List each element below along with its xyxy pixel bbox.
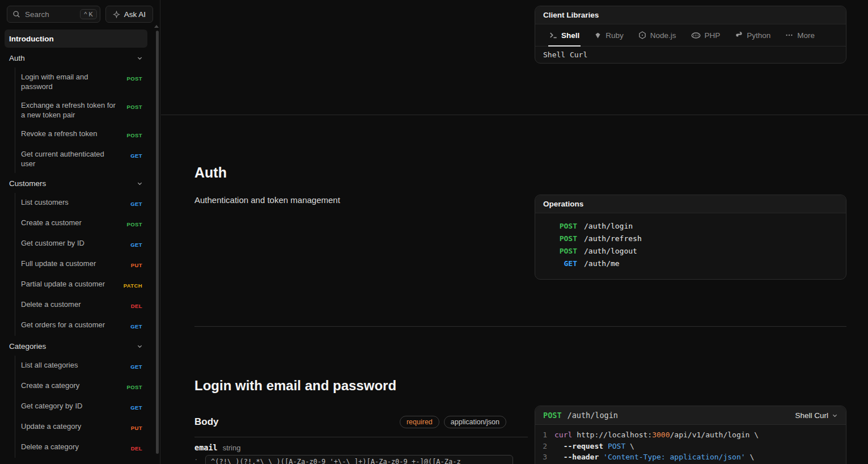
sidebar-item-introduction[interactable]: Introduction	[5, 29, 147, 48]
operation-get-auth-me[interactable]: GET/auth/me	[551, 258, 838, 270]
node-icon	[638, 31, 646, 39]
sidebar-item-revoke-a-refresh-token[interactable]: Revoke a refresh tokenPOST	[15, 124, 147, 145]
tab-label: Shell	[561, 31, 579, 40]
sidebar-item-delete-a-customer[interactable]: Delete a customerDEL	[15, 295, 147, 315]
method-badge: DEL	[131, 444, 142, 453]
sidebar-item-label: Get current authenticated user	[21, 149, 120, 168]
content-type-badge: application/json	[444, 416, 506, 428]
code-token	[554, 441, 564, 452]
tab-node-js[interactable]: Node.js	[631, 24, 684, 46]
sidebar-item-label: Revoke a refresh token	[21, 129, 120, 138]
sidebar-section-auth[interactable]: Auth	[5, 49, 147, 68]
sidebar-item-label: Update a category	[21, 421, 120, 431]
sidebar-item-get-category-by-id[interactable]: Get category by IDGET	[15, 396, 147, 417]
section-label: Categories	[9, 342, 46, 351]
sidebar-section-customers[interactable]: Customers	[5, 174, 147, 193]
operation-path: /auth/login	[584, 220, 838, 233]
operation-method: POST	[551, 245, 577, 258]
sidebar-item-create-a-customer[interactable]: Create a customerPOST	[15, 213, 147, 234]
sparkle-icon	[113, 11, 120, 18]
operation-path: /auth/me	[584, 258, 838, 270]
sidebar-item-update-a-category[interactable]: Update a categoryPUT	[15, 417, 147, 437]
sidebar-section-products[interactable]: Products	[5, 459, 147, 464]
sidebar-item-label: Delete a customer	[21, 300, 120, 309]
operation-method: POST	[551, 233, 577, 245]
scrollbar-up-arrow[interactable]	[154, 25, 159, 28]
sidebar-item-delete-a-category[interactable]: Delete a categoryDEL	[15, 437, 147, 458]
auth-section-title: Auth	[194, 164, 227, 181]
code-line: 3 --header 'Content-Type: application/js…	[535, 452, 846, 463]
body-divider	[194, 437, 528, 437]
sidebar-item-login-with-email-and-password[interactable]: Login with email and passwordPOST	[15, 68, 147, 96]
sidebar-item-list-all-categories[interactable]: List all categoriesGET	[15, 356, 147, 376]
sidebar-item-full-update-a-customer[interactable]: Full update a customerPUT	[15, 254, 147, 275]
api-reference-page: Search ^ K Ask AI Introduction AuthLogin…	[0, 0, 868, 464]
operation-post-auth-refresh[interactable]: POST/auth/refresh	[551, 233, 838, 245]
code-token: \	[746, 452, 755, 463]
method-badge: GET	[130, 151, 142, 161]
sidebar-item-label: Login with email and password	[21, 72, 120, 91]
section-divider	[194, 326, 846, 327]
sidebar-section-categories[interactable]: Categories	[5, 337, 147, 356]
tab-python[interactable]: Python	[727, 24, 778, 46]
code-token	[599, 452, 603, 463]
code-token: /api/v1/auth/login	[670, 429, 755, 441]
search-icon	[12, 10, 20, 18]
method-badge: DEL	[131, 301, 142, 311]
sidebar-item-list-customers[interactable]: List customersGET	[15, 193, 147, 213]
field-name: email	[194, 443, 218, 452]
endpoint-title: Login with email and password	[194, 378, 396, 394]
ruby-icon	[594, 32, 602, 39]
section-items-customers: List customersGETCreate a customerPOSTGe…	[15, 193, 147, 336]
code-line: 2 --request POST \	[535, 441, 846, 452]
sidebar-item-exchange-a-refresh-token-for-a-new-token-pair[interactable]: Exchange a refresh token for a new token…	[15, 96, 147, 124]
operation-path: /auth/logout	[584, 245, 838, 258]
ask-ai-button[interactable]: Ask AI	[105, 6, 153, 23]
operation-post-auth-login[interactable]: POST/auth/login	[551, 220, 838, 233]
field-row-email: email string	[194, 443, 240, 452]
operation-post-auth-logout[interactable]: POST/auth/logout	[551, 245, 838, 258]
operation-method: GET	[551, 258, 577, 270]
sidebar-sections: AuthLogin with email and passwordPOSTExc…	[5, 49, 147, 464]
code-block[interactable]: 1curl http://localhost:3000/api/v1/auth/…	[535, 425, 846, 464]
sidebar-item-label: List customers	[21, 197, 120, 207]
sidebar-item-partial-update-a-customer[interactable]: Partial update a customerPATCH	[15, 275, 147, 295]
tab-shell[interactable]: Shell	[542, 24, 587, 46]
search-placeholder: Search	[25, 10, 75, 19]
pattern-bullet: .	[195, 453, 197, 462]
selected-client-label[interactable]: Shell Curl	[535, 47, 846, 63]
tab-ruby[interactable]: Ruby	[587, 24, 631, 46]
tab-more[interactable]: More	[778, 24, 822, 46]
chevron-down-icon	[137, 343, 143, 349]
sidebar-item-label: Get orders for a customer	[21, 320, 120, 330]
sidebar-scrollbar-thumb[interactable]	[156, 31, 159, 454]
client-libraries-card: Client Libraries ShellRubyNode.jsPHPPyth…	[535, 6, 846, 64]
search-input[interactable]: Search ^ K	[7, 6, 100, 23]
sidebar-item-get-current-authenticated-user[interactable]: Get current authenticated userGET	[15, 145, 147, 173]
code-token: http://localhost:	[577, 429, 652, 441]
code-token: 3000	[652, 429, 670, 441]
field-pattern-box: ^(?!\ )(?!.*\ \ )([A-Za-z0-9 '+\-\ ]+)[A…	[205, 455, 513, 464]
tab-php[interactable]: PHP	[684, 24, 728, 46]
required-badge: required	[400, 416, 439, 428]
sidebar-item-create-a-category[interactable]: Create a categoryPOST	[15, 376, 147, 396]
line-number: 3	[535, 452, 554, 463]
operations-card: Operations POST/auth/loginPOST/auth/refr…	[535, 195, 846, 280]
code-token: --request	[564, 441, 603, 452]
sidebar-item-label: Create a customer	[21, 218, 120, 227]
code-token: curl	[554, 429, 577, 441]
body-label: Body	[194, 416, 219, 428]
sidebar-item-get-orders-for-a-customer[interactable]: Get orders for a customerGET	[15, 315, 147, 336]
sidebar-item-label: Get category by ID	[21, 401, 120, 411]
sidebar-nav: Introduction AuthLogin with email and pa…	[0, 28, 160, 464]
php-icon	[691, 32, 701, 39]
language-selector[interactable]: Shell Curl	[795, 411, 838, 420]
terminal-icon	[549, 31, 557, 39]
operation-method: POST	[551, 220, 577, 233]
client-libraries-title: Client Libraries	[535, 6, 846, 24]
code-method: POST	[543, 411, 562, 420]
tab-label: More	[797, 31, 815, 40]
sidebar-item-get-customer-by-id[interactable]: Get customer by IDGET	[15, 234, 147, 254]
client-libraries-tabs: ShellRubyNode.jsPHPPythonMore	[535, 24, 846, 47]
sidebar-item-label: List all categories	[21, 360, 120, 370]
